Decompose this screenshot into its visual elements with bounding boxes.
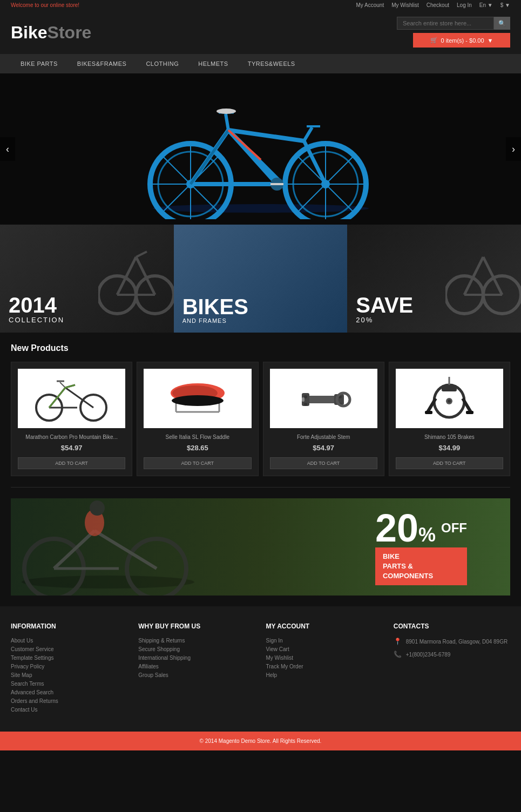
promo-collection: COLLECTION [9, 316, 64, 324]
footer-international-shipping[interactable]: International Shipping [138, 655, 255, 661]
log-in-link[interactable]: Log In [457, 2, 472, 8]
product-name-1: Marathon Carbon Pro Mountain Bike... [18, 434, 125, 441]
svg-point-81 [90, 500, 105, 516]
footer-customer-service[interactable]: Customer Service [11, 646, 127, 652]
footer-group-sales[interactable]: Group Sales [138, 672, 255, 678]
product-price-3: $54.97 [270, 444, 377, 452]
product-card-2: Selle Italia SL Flow Saddle $28.65 ADD T… [137, 362, 258, 476]
footer-orders-returns[interactable]: Orders and Returns [11, 698, 127, 704]
svg-line-34 [136, 252, 147, 257]
footer-contact-us[interactable]: Contact Us [11, 707, 127, 713]
product-name-3: Forte Adjustable Stem [270, 434, 377, 441]
footer-address-row: 📍 8901 Marmora Road, Glasgow, D04 89GR [394, 638, 510, 646]
promo-year: 2014 [9, 294, 64, 316]
welcome-text: Welcome to our online store! [11, 2, 79, 8]
product-card-3: Forte Adjustable Stem $54.97 ADD TO CART [263, 362, 384, 476]
footer-col-account: My account Sign In View Cart My Wishlist… [266, 622, 383, 715]
footer-template-settings[interactable]: Template Settings [11, 655, 127, 661]
logo[interactable]: BikeStore [11, 24, 91, 41]
promo-20-text: 20% [375, 509, 436, 547]
my-wishlist-link[interactable]: My Wishlist [391, 2, 419, 8]
nav-item-bikes-frames[interactable]: BIKES&FRAMES [67, 54, 137, 73]
hero-bike-image [120, 79, 401, 219]
promo-panel-save[interactable]: SAVE 20% [347, 225, 521, 333]
footer-sign-in[interactable]: Sign In [266, 638, 383, 644]
cart-icon: 🛒 [430, 37, 438, 44]
svg-point-60 [304, 403, 307, 406]
promo-banner-big: 20% OFF [375, 509, 467, 547]
svg-line-46 [60, 382, 65, 388]
promo-off-text: OFF [441, 520, 467, 536]
promo-save: SAVE [356, 294, 413, 316]
svg-point-72 [448, 400, 451, 403]
footer-phone-row: 📞 +1(800)2345-6789 [394, 651, 510, 659]
footer-shipping-returns[interactable]: Shipping & Returns [138, 638, 255, 644]
add-to-cart-4[interactable]: ADD TO CART [396, 457, 503, 469]
nav-item-clothing[interactable]: CLOTHING [136, 54, 188, 73]
footer-why-buy-title: Why buy from us [138, 622, 255, 630]
new-products-title: New Products [11, 343, 510, 353]
product-price-4: $34.99 [396, 444, 503, 452]
product-card-4: Shimano 105 Brakes $34.99 ADD TO CART [389, 362, 510, 476]
svg-line-49 [65, 385, 75, 388]
footer-my-wishlist[interactable]: My Wishlist [266, 655, 383, 661]
footer-affiliates[interactable]: Affiliates [138, 664, 255, 669]
my-account-link[interactable]: My Account [356, 2, 384, 8]
footer-privacy-policy[interactable]: Privacy Policy [11, 664, 127, 669]
header: BikeStore 🔍 🛒 0 item(s) - $0.00 ▼ [0, 10, 521, 54]
map-pin-icon: 📍 [394, 638, 402, 645]
nav-item-bike-parts[interactable]: BIKE PARTS [11, 54, 67, 73]
nav-item-tyres[interactable]: TYRES&WEELS [238, 54, 305, 73]
footer-col-contacts: Contacts 📍 8901 Marmora Road, Glasgow, D… [394, 622, 510, 715]
promo-bike-1 [98, 225, 174, 322]
locale-currency[interactable]: $ ▼ [500, 2, 510, 8]
new-products-section: New Products Marathon Carbo [0, 333, 521, 487]
bike-product-svg [34, 374, 110, 423]
product-name-4: Shimano 105 Brakes [396, 434, 503, 441]
copyright-text: © 2014 Magento Demo Store. All Rights Re… [200, 738, 322, 744]
product-image-1 [18, 369, 125, 428]
svg-point-59 [304, 395, 307, 398]
slider-next-button[interactable]: › [506, 137, 521, 161]
brakes-product-svg [422, 374, 476, 423]
search-bar: 🔍 [397, 17, 510, 30]
search-input[interactable] [397, 17, 494, 30]
promo-panel-bikes[interactable]: BIKES AND FRAMES [174, 225, 348, 333]
add-to-cart-2[interactable]: ADD TO CART [144, 457, 251, 469]
nav-item-helmets[interactable]: HELMETS [188, 54, 238, 73]
footer-address: 8901 Marmora Road, Glasgow, D04 89GR [406, 638, 508, 646]
locale-en[interactable]: En ▼ [479, 2, 493, 8]
main-nav: BIKE PARTS BIKES&FRAMES CLOTHING HELMETS… [0, 54, 521, 73]
footer-phone: +1(800)2345-6789 [406, 651, 451, 659]
slider-prev-button[interactable]: ‹ [0, 137, 15, 161]
svg-line-48 [49, 388, 65, 408]
footer-site-map[interactable]: Site Map [11, 672, 127, 678]
footer-secure-shopping[interactable]: Secure Shopping [138, 646, 255, 652]
footer-about-us[interactable]: About Us [11, 638, 127, 644]
promo-text-3: SAVE 20% [356, 294, 413, 324]
svg-rect-69 [425, 411, 432, 414]
product-image-4 [396, 369, 503, 428]
svg-rect-70 [466, 411, 473, 414]
footer-help[interactable]: Help [266, 672, 383, 678]
footer-search-terms[interactable]: Search Terms [11, 681, 127, 687]
add-to-cart-3[interactable]: ADD TO CART [270, 457, 377, 469]
checkout-link[interactable]: Checkout [427, 2, 449, 8]
product-card-1: Marathon Carbon Pro Mountain Bike... $54… [11, 362, 132, 476]
svg-point-25 [216, 109, 236, 114]
footer-advanced-search[interactable]: Advanced Search [11, 689, 127, 695]
cart-label: 0 item(s) - $0.00 [441, 37, 484, 44]
svg-line-77 [54, 531, 94, 569]
add-to-cart-1[interactable]: ADD TO CART [18, 457, 125, 469]
footer-track-order[interactable]: Track My Order [266, 664, 383, 669]
cart-button[interactable]: 🛒 0 item(s) - $0.00 ▼ [413, 33, 510, 48]
svg-point-74 [22, 576, 194, 588]
footer-view-cart[interactable]: View Cart [266, 646, 383, 652]
cart-chevron-icon: ▼ [488, 37, 493, 44]
footer-main: Information About Us Customer Service Te… [0, 606, 521, 732]
promo-bikes: BIKES [182, 296, 248, 317]
product-price-2: $28.65 [144, 444, 251, 452]
search-button[interactable]: 🔍 [494, 17, 510, 30]
products-grid: Marathon Carbon Pro Mountain Bike... $54… [11, 362, 510, 476]
promo-panel-collection[interactable]: 2014 COLLECTION [0, 225, 174, 333]
